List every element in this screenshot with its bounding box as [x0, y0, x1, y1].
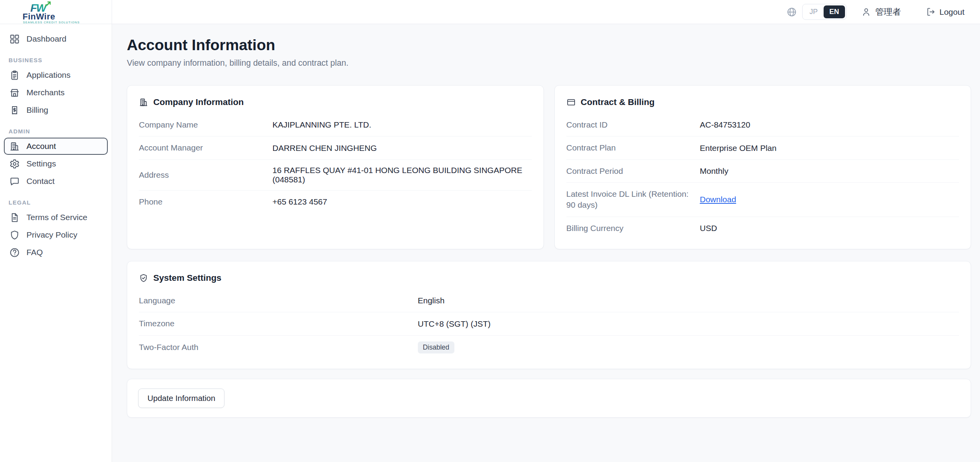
info-row: Contract IDAC-84753120 [566, 114, 959, 136]
language-toggle: JP EN [802, 4, 847, 20]
sidebar-item-label: Billing [26, 105, 48, 115]
contract-billing-card: Contract & Billing Contract IDAC-8475312… [554, 85, 971, 249]
info-row: Contract PlanEnterprise OEM Plan [566, 136, 959, 159]
info-row: TimezoneUTC+8 (SGT) (JST) [139, 312, 959, 335]
download-link[interactable]: Download [700, 195, 959, 204]
sidebar-item-dashboard[interactable]: Dashboard [4, 30, 108, 47]
row-value: +65 6123 4567 [272, 197, 531, 206]
card-title: Company Information [153, 97, 244, 107]
sidebar-item-applications[interactable]: Applications [4, 66, 108, 84]
row-value: Enterprise OEM Plan [700, 144, 959, 153]
sidebar-item-contact[interactable]: Contact [4, 173, 108, 190]
sidebar-item-settings[interactable]: Settings [4, 155, 108, 172]
sidebar-item-privacy-policy[interactable]: Privacy Policy [4, 226, 108, 243]
logout-label: Logout [940, 7, 964, 17]
dashboard-icon [9, 34, 20, 44]
card-header: Company Information [127, 86, 543, 114]
row-label: Language [139, 295, 418, 306]
card-title: System Settings [153, 273, 221, 283]
status-badge: Disabled [418, 341, 454, 354]
user-icon [861, 7, 871, 17]
brand-tagline: SEAMLESS CREDIT SOLUTIONS [23, 21, 80, 24]
content-column: JP EN 管理者 Logout Account Information Vie… [112, 0, 980, 462]
building-icon [139, 98, 148, 107]
row-label: Contract Period [566, 166, 700, 177]
info-row: Company NameKAJIPLANNING PTE. LTD. [139, 114, 532, 136]
sidebar-item-merchants[interactable]: Merchants [4, 84, 108, 101]
sidebar-item-label: Dashboard [26, 34, 67, 44]
terms-icon [9, 212, 20, 223]
cards-row: Company Information Company NameKAJIPLAN… [127, 85, 971, 249]
page-subtitle: View company information, billing detail… [127, 58, 971, 68]
sidebar-item-label: Account [26, 142, 56, 151]
faq-icon [9, 247, 20, 258]
row-value: DARREN CHEN JINGHENG [272, 144, 531, 153]
card-title: Contract & Billing [581, 97, 655, 107]
sidebar: FW FinWire SEAMLESS CREDIT SOLUTIONS Das… [0, 0, 112, 462]
logout-button[interactable]: Logout [924, 7, 967, 17]
info-row: Account ManagerDARREN CHEN JINGHENG [139, 136, 532, 159]
info-row: Address16 RAFFLES QUAY #41-01 HONG LEONG… [139, 159, 532, 190]
row-value: UTC+8 (SGT) (JST) [418, 319, 959, 329]
logout-icon [926, 7, 936, 17]
brand-logo[interactable]: FW FinWire SEAMLESS CREDIT SOLUTIONS [0, 0, 112, 24]
privacy-icon [9, 230, 20, 240]
topbar: JP EN 管理者 Logout [112, 0, 980, 24]
row-label: Timezone [139, 318, 418, 329]
sidebar-section-label: BUSINESS [9, 57, 108, 63]
lang-jp-button[interactable]: JP [804, 5, 824, 18]
sidebar-item-faq[interactable]: FAQ [4, 244, 108, 261]
sidebar-item-terms-of-service[interactable]: Terms of Service [4, 209, 108, 226]
sidebar-item-billing[interactable]: Billing [4, 102, 108, 119]
sidebar-item-account[interactable]: Account [4, 138, 108, 155]
row-value: KAJIPLANNING PTE. LTD. [272, 120, 531, 130]
sidebar-item-label: FAQ [26, 248, 43, 257]
update-information-button[interactable]: Update Information [138, 388, 224, 408]
row-label: Company Name [139, 119, 272, 130]
row-value: 16 RAFFLES QUAY #41-01 HONG LEONG BUILDI… [272, 166, 531, 184]
card-header: Contract & Billing [555, 86, 971, 114]
lang-en-button[interactable]: EN [824, 5, 845, 18]
credit-card-icon [566, 98, 576, 107]
sidebar-item-label: Merchants [26, 88, 65, 97]
user-menu[interactable]: 管理者 [861, 6, 901, 18]
sidebar-item-label: Applications [26, 70, 70, 80]
page-title: Account Information [127, 37, 971, 54]
finwire-logo-icon: FW FinWire SEAMLESS CREDIT SOLUTIONS [16, 1, 86, 24]
sidebar-nav: DashboardBUSINESSApplicationsMerchantsBi… [0, 24, 112, 268]
sidebar-item-label: Contact [26, 177, 54, 186]
card-rows: Company NameKAJIPLANNING PTE. LTD.Accoun… [127, 114, 543, 222]
info-row: Billing CurrencyUSD [566, 217, 959, 240]
app-root: FW FinWire SEAMLESS CREDIT SOLUTIONS Das… [0, 0, 980, 462]
card-header: System Settings [127, 261, 971, 289]
row-label: Contract ID [566, 119, 700, 130]
user-label: 管理者 [875, 6, 901, 18]
card-rows: LanguageEnglishTimezoneUTC+8 (SGT) (JST)… [127, 289, 971, 369]
sidebar-item-label: Terms of Service [26, 213, 87, 222]
applications-icon [9, 70, 20, 80]
billing-icon [9, 105, 20, 116]
info-row: LanguageEnglish [139, 289, 959, 312]
row-label: Account Manager [139, 142, 272, 153]
card-rows: Contract IDAC-84753120Contract PlanEnter… [555, 114, 971, 249]
actions-card: Update Information [127, 379, 971, 418]
company-information-card: Company Information Company NameKAJIPLAN… [127, 85, 544, 249]
account-icon [9, 141, 20, 152]
sidebar-item-label: Settings [26, 159, 56, 168]
row-label: Two-Factor Auth [139, 342, 418, 353]
row-label: Address [139, 170, 272, 180]
sidebar-section-label: LEGAL [9, 199, 108, 206]
sidebar-section-label: ADMIN [9, 128, 108, 135]
row-value: USD [700, 224, 959, 233]
info-row: Contract PeriodMonthly [566, 159, 959, 182]
info-row: Phone+65 6123 4567 [139, 190, 532, 213]
row-label: Contract Plan [566, 142, 700, 153]
main-content: Account Information View company informa… [112, 24, 980, 462]
row-label: Latest Invoice DL Link (Retention: 90 da… [566, 189, 700, 211]
sidebar-item-label: Privacy Policy [26, 230, 77, 240]
shield-check-icon [139, 273, 148, 283]
contact-icon [9, 176, 20, 187]
row-label: Phone [139, 196, 272, 207]
row-value: Monthly [700, 166, 959, 176]
system-settings-card: System Settings LanguageEnglishTimezoneU… [127, 261, 971, 369]
